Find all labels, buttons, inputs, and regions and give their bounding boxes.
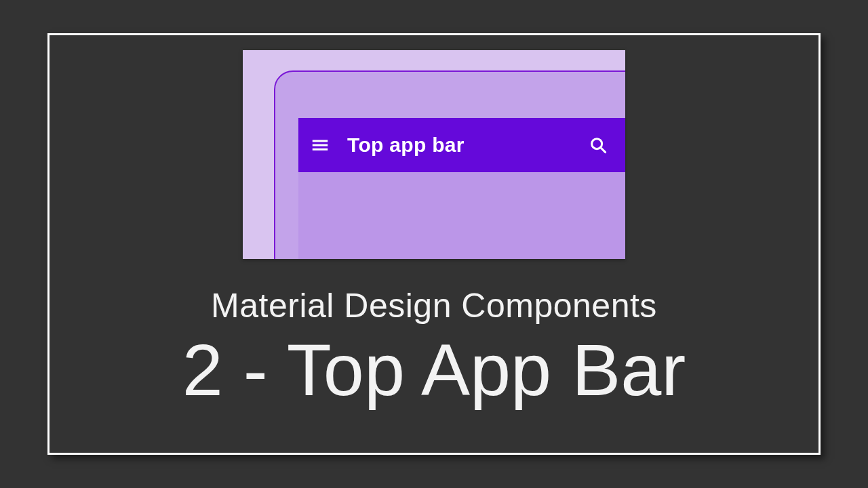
app-content-area [298,172,625,259]
top-app-bar: Top app bar [298,118,625,172]
component-preview: Top app bar [243,50,625,259]
menu-icon[interactable] [305,130,335,160]
search-icon[interactable] [583,130,613,160]
svg-line-4 [601,148,606,152]
svg-rect-2 [313,148,328,150]
svg-rect-1 [313,144,328,146]
app-bar-title: Top app bar [347,134,465,157]
slide-subtitle: Material Design Components [182,286,686,325]
slide-frame: Top app bar Material Design Components 2… [47,33,821,455]
slide-headings: Material Design Components 2 - Top App B… [182,286,686,412]
svg-rect-0 [313,140,328,142]
slide-title: 2 - Top App Bar [182,328,686,412]
